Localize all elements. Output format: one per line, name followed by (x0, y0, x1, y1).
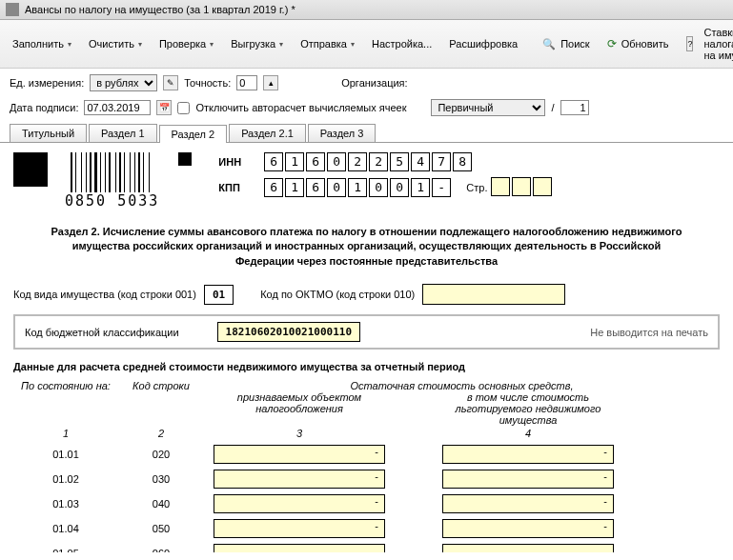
small-marker (178, 152, 192, 166)
digit-cell[interactable]: 1 (411, 178, 430, 197)
digit-cell[interactable]: - (432, 178, 451, 197)
toolbar: Заполнить Очистить Проверка Выгрузка Отп… (0, 20, 733, 69)
value-input[interactable]: - (214, 445, 385, 464)
inn-row: ИНН 6160225478 (218, 152, 554, 171)
date-input[interactable] (84, 100, 151, 115)
section-title: Раздел 2. Исчисление суммы авансового пл… (42, 225, 691, 269)
digit-cell[interactable]: 2 (348, 152, 367, 171)
th-date: По состоянию на: (13, 380, 118, 426)
params-row-1: Ед. измерения: в рублях ✎ Точность: ▴ Ор… (0, 69, 733, 97)
th-col4: в том числе стоимость льготируемого недв… (433, 391, 623, 426)
precision-label: Точность: (184, 77, 231, 89)
value-input[interactable]: - (442, 445, 614, 464)
upload-button[interactable]: Выгрузка (224, 34, 290, 53)
tab-3[interactable]: Раздел 2.1 (229, 124, 306, 142)
kbk-label: Код бюджетной классификации (25, 327, 179, 338)
precision-stepper[interactable]: ▴ (263, 75, 278, 90)
digit-cell[interactable]: 2 (369, 152, 388, 171)
form-body: 0850 5033 ИНН 6160225478 КПП 61601001- С… (0, 143, 733, 552)
send-button[interactable]: Отправка (294, 34, 361, 53)
table-header: По состоянию на: Код строки Остаточная с… (13, 380, 720, 426)
digit-cell[interactable]: 6 (264, 178, 283, 197)
date-label: Дата подписи: (10, 102, 78, 113)
table-row: 01.01020-- (13, 445, 720, 464)
table-colnum: 1 2 3 4 (13, 428, 720, 439)
app-icon (6, 3, 19, 16)
unit-edit-icon[interactable]: ✎ (163, 75, 178, 90)
date-picker-icon[interactable]: 📅 (156, 100, 172, 115)
barcode: 0850 5033 (65, 152, 159, 210)
digit-cell[interactable] (491, 177, 510, 196)
table-row: 01.03040-- (13, 494, 720, 513)
org-label: Организация: (341, 77, 407, 89)
digit-cell[interactable] (533, 177, 552, 196)
header-row: 0850 5033 ИНН 6160225478 КПП 61601001- С… (13, 152, 720, 210)
correction-number[interactable] (560, 100, 589, 115)
refresh-button[interactable]: Обновить (601, 33, 676, 54)
digit-cell[interactable]: 4 (411, 152, 430, 171)
digit-cell[interactable]: 1 (285, 178, 304, 197)
digit-cell[interactable]: 6 (306, 178, 325, 197)
digit-cell[interactable]: 6 (264, 152, 283, 171)
digit-cell[interactable]: 1 (348, 178, 367, 197)
fill-button[interactable]: Заполнить (6, 34, 78, 53)
digit-cell[interactable]: 0 (327, 152, 346, 171)
rates-button[interactable]: Ставки налога на иму (697, 23, 733, 65)
oktmo-label: Код по ОКТМО (код строки 010) (260, 289, 415, 300)
params-row-2: Дата подписи: 📅 Отключить авторасчет выч… (0, 97, 733, 124)
kpp-row: КПП 61601001- Стр. (218, 177, 554, 198)
value-input[interactable]: - (442, 519, 614, 538)
digit-cell[interactable]: 6 (306, 152, 325, 171)
digit-cell[interactable]: 8 (453, 152, 472, 171)
disable-autocalc-label: Отключить авторасчет вычисляемых ячеек (195, 102, 406, 113)
digit-cell[interactable]: 5 (390, 152, 409, 171)
value-input[interactable]: - (442, 494, 614, 513)
value-input[interactable]: - (214, 494, 385, 513)
window-title: Авансы по налогу на имущество (за 1 квар… (25, 4, 295, 15)
tab-1[interactable]: Раздел 1 (89, 124, 157, 142)
digit-cell[interactable]: 0 (369, 178, 388, 197)
property-code-row: Код вида имущества (код строки 001) 01 К… (13, 284, 720, 305)
value-input[interactable] (214, 544, 385, 552)
kbk-note: Не выводится на печать (590, 327, 708, 338)
tab-2[interactable]: Раздел 2 (159, 125, 228, 143)
value-input[interactable]: - (214, 470, 385, 489)
inn-label: ИНН (218, 156, 260, 168)
page-label: Стр. (466, 182, 487, 193)
prop-code-value[interactable]: 01 (204, 285, 234, 305)
kbk-row: Код бюджетной классификации 182106020100… (13, 314, 720, 350)
clear-button[interactable]: Очистить (82, 34, 149, 53)
tab-0[interactable]: Титульный (10, 124, 87, 142)
setup-button[interactable]: Настройка... (365, 34, 438, 53)
slash: / (551, 102, 554, 113)
digit-cell[interactable] (512, 177, 531, 196)
check-button[interactable]: Проверка (153, 34, 220, 53)
digit-cell[interactable]: 1 (285, 152, 304, 171)
search-button[interactable]: Поиск (536, 34, 596, 54)
disable-autocalc-checkbox[interactable] (177, 102, 190, 114)
digit-cell[interactable]: 7 (432, 152, 451, 171)
oktmo-input[interactable] (422, 284, 565, 305)
doc-type-select[interactable]: Первичный (431, 99, 545, 116)
marker-box (13, 152, 48, 187)
th-code: Код строки (118, 380, 204, 426)
kbk-value[interactable]: 18210602010021000110 (217, 322, 360, 342)
value-input[interactable]: - (214, 519, 385, 538)
digit-cell[interactable]: 0 (390, 178, 409, 197)
table-subtitle: Данные для расчета средней стоимости нед… (13, 361, 720, 372)
help-icon[interactable]: ? (686, 36, 693, 51)
value-input[interactable]: - (442, 470, 614, 489)
precision-input[interactable] (236, 75, 257, 90)
kpp-label: КПП (218, 182, 260, 193)
unit-select[interactable]: в рублях (90, 74, 157, 91)
decode-button[interactable]: Расшифровка (442, 34, 524, 53)
prop-code-label: Код вида имущества (код строки 001) (13, 289, 196, 300)
unit-label: Ед. измерения: (10, 77, 84, 89)
value-input[interactable] (442, 544, 614, 552)
table-row: 01.05060 (13, 544, 720, 552)
barcode-text: 0850 5033 (65, 192, 159, 210)
digit-cell[interactable]: 0 (327, 178, 346, 197)
tab-4[interactable]: Раздел 3 (308, 124, 377, 142)
table-row: 01.04050-- (13, 519, 720, 538)
th-cost-top: Остаточная стоимость основных средств, (204, 380, 720, 391)
